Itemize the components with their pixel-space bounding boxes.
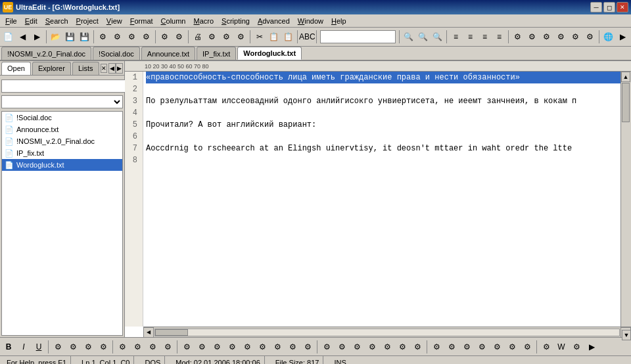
toolbar-cut[interactable]: ✂ — [252, 30, 266, 44]
toolbar-btn14[interactable]: ⚙ — [569, 30, 582, 44]
text-area[interactable]: «правоспособность-способность лица иметь… — [143, 72, 620, 327]
toolbar-btn10[interactable]: ⚙ — [511, 30, 525, 44]
toolbar-align2[interactable]: ≡ — [463, 30, 477, 44]
toolbar-align4[interactable]: ≡ — [492, 30, 506, 44]
sidebar-nav-right[interactable]: ▶ — [116, 63, 123, 74]
btb-btn7[interactable]: ⚙ — [145, 340, 160, 354]
toolbar-spell[interactable]: ABC — [300, 30, 314, 44]
toolbar-save[interactable]: 💾 — [63, 30, 77, 44]
btb-btn8[interactable]: ⚙ — [160, 340, 175, 354]
toolbar-open[interactable]: 📂 — [49, 30, 62, 44]
toolbar-btn13[interactable]: ⚙ — [554, 30, 568, 44]
scroll-hthumb[interactable] — [155, 329, 188, 336]
btb-more[interactable]: ▶ — [584, 340, 599, 354]
sidebar-tab-lists[interactable]: Lists — [72, 62, 99, 75]
sidebar-search-input[interactable] — [1, 80, 126, 93]
menu-view[interactable]: View — [103, 14, 126, 27]
toolbar-more[interactable]: ▶ — [616, 30, 630, 44]
toolbar-search1[interactable]: 🔍 — [402, 30, 415, 44]
btb-btn2[interactable]: ⚙ — [66, 340, 80, 354]
toolbar-btn7[interactable]: ⚙ — [205, 30, 219, 44]
toolbar-btn8[interactable]: ⚙ — [220, 30, 233, 44]
btb-btn19[interactable]: ⚙ — [335, 340, 349, 354]
btb-btn14[interactable]: ⚙ — [255, 340, 269, 354]
toolbar-btn5[interactable]: ⚙ — [158, 30, 172, 44]
menu-file[interactable]: File — [1, 14, 21, 27]
toolbar-btn11[interactable]: ⚙ — [525, 30, 539, 44]
toolbar-new[interactable]: 📄 — [1, 30, 15, 44]
menu-advanced[interactable]: Advanced — [254, 14, 294, 27]
scroll-up-btn[interactable]: ▲ — [621, 72, 630, 82]
menu-scripting[interactable]: Scripting — [218, 14, 254, 27]
btb-underline[interactable]: U — [32, 340, 46, 354]
btb-btn11[interactable]: ⚙ — [210, 340, 224, 354]
btb-btn33[interactable]: W — [554, 340, 569, 354]
file-item-inosmi[interactable]: 📄 !NOSMI_v.2.0_Final.doc — [2, 135, 122, 147]
tab-wordogluck[interactable]: Wordogluck.txt — [237, 47, 302, 60]
sidebar-tab-explorer[interactable]: Explorer — [32, 62, 71, 75]
file-item-social[interactable]: 📄 !Social.doc — [2, 112, 122, 124]
btb-btn30[interactable]: ⚙ — [505, 340, 519, 354]
btb-btn18[interactable]: ⚙ — [319, 340, 334, 354]
vertical-scrollbar[interactable]: ▲ ▼ — [620, 72, 631, 327]
btb-btn5[interactable]: ⚙ — [115, 340, 129, 354]
tab-ip[interactable]: IP_fix.txt — [197, 47, 236, 60]
btb-bold[interactable]: B — [1, 340, 16, 354]
toolbar-btn4[interactable]: ⚙ — [139, 30, 153, 44]
toolbar-copy[interactable]: 📋 — [267, 30, 281, 44]
toolbar-font-dropdown[interactable] — [320, 30, 396, 43]
btb-btn20[interactable]: ⚙ — [350, 340, 364, 354]
toolbar-btn12[interactable]: ⚙ — [540, 30, 553, 44]
horizontal-scrollbar[interactable]: ◀ ▶ — [143, 327, 631, 337]
menu-window[interactable]: Window — [294, 14, 327, 27]
sidebar-filter-dropdown[interactable] — [1, 95, 123, 108]
btb-btn24[interactable]: ⚙ — [410, 340, 425, 354]
menu-column[interactable]: Column — [157, 14, 190, 27]
toolbar-print[interactable]: 🖨 — [191, 30, 204, 44]
toolbar-btn2[interactable]: ⚙ — [110, 30, 124, 44]
btb-btn3[interactable]: ⚙ — [81, 340, 95, 354]
menu-macro[interactable]: Macro — [189, 14, 218, 27]
file-item-wordogluck[interactable]: 📄 Wordogluck.txt — [2, 159, 122, 171]
sidebar-tab-open[interactable]: Open — [1, 62, 31, 75]
toolbar-back[interactable]: ◀ — [16, 30, 30, 44]
btb-italic[interactable]: I — [16, 340, 31, 354]
btb-btn22[interactable]: ⚙ — [380, 340, 394, 354]
btb-btn23[interactable]: ⚙ — [395, 340, 409, 354]
scroll-htrack[interactable] — [154, 329, 620, 336]
scroll-left-btn[interactable]: ◀ — [143, 327, 154, 338]
toolbar-btn9[interactable]: ⚙ — [234, 30, 248, 44]
tab-social[interactable]: !Social.doc — [93, 47, 140, 60]
sidebar-close-button[interactable]: ✕ — [101, 64, 107, 73]
toolbar-search3[interactable]: 🔍 — [431, 30, 444, 44]
scroll-thumb[interactable] — [622, 83, 630, 122]
toolbar-btn15[interactable]: ⚙ — [583, 30, 597, 44]
btb-btn6[interactable]: ⚙ — [130, 340, 145, 354]
btb-btn32[interactable]: ⚙ — [539, 340, 553, 354]
btb-btn34[interactable]: ⚙ — [569, 340, 584, 354]
menu-edit[interactable]: Edit — [21, 14, 41, 27]
btb-btn16[interactable]: ⚙ — [285, 340, 300, 354]
toolbar-paste[interactable]: 📋 — [281, 30, 295, 44]
toolbar-btn3[interactable]: ⚙ — [125, 30, 139, 44]
btb-btn31[interactable]: ⚙ — [520, 340, 534, 354]
btb-btn26[interactable]: ⚙ — [444, 340, 459, 354]
btb-btn12[interactable]: ⚙ — [225, 340, 239, 354]
file-item-announce[interactable]: 📄 Announce.txt — [2, 124, 122, 135]
menu-search[interactable]: Search — [41, 14, 72, 27]
toolbar-btn1[interactable]: ⚙ — [96, 30, 110, 44]
toolbar-globe[interactable]: 🌐 — [601, 30, 615, 44]
toolbar-forward[interactable]: ▶ — [30, 30, 44, 44]
menu-format[interactable]: Format — [126, 14, 157, 27]
file-item-ip[interactable]: 📄 IP_fix.txt — [2, 147, 122, 159]
toolbar-btn6[interactable]: ⚙ — [172, 30, 186, 44]
menu-help[interactable]: Help — [327, 14, 350, 27]
btb-btn21[interactable]: ⚙ — [365, 340, 379, 354]
btb-btn29[interactable]: ⚙ — [490, 340, 504, 354]
sidebar-nav-left[interactable]: ◀ — [108, 63, 116, 74]
menu-project[interactable]: Project — [72, 14, 103, 27]
toolbar-align1[interactable]: ≡ — [449, 30, 463, 44]
btb-btn13[interactable]: ⚙ — [240, 340, 254, 354]
toolbar-save-all[interactable]: 💾 — [78, 30, 91, 44]
close-button[interactable]: ✕ — [617, 2, 628, 12]
